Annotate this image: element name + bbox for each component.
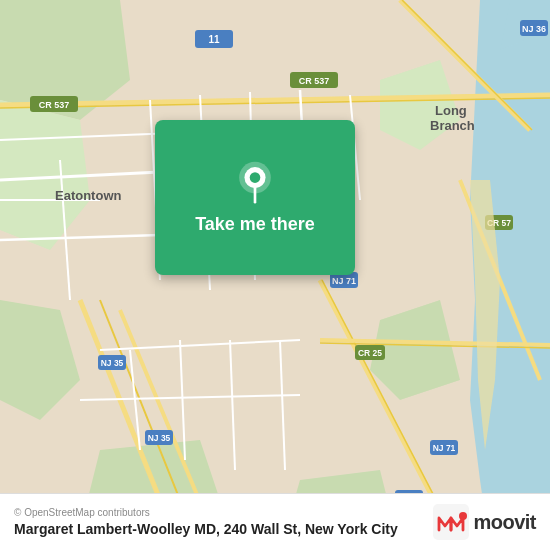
svg-text:NJ 71: NJ 71 xyxy=(433,443,456,453)
svg-text:NJ 35: NJ 35 xyxy=(148,433,171,443)
map-pin-icon xyxy=(233,160,277,204)
moovit-logo: moovit xyxy=(433,504,536,540)
svg-text:NJ 35: NJ 35 xyxy=(101,358,124,368)
svg-text:CR 537: CR 537 xyxy=(39,100,70,110)
svg-text:NJ 36: NJ 36 xyxy=(522,24,546,34)
map-container: 11 CR 537 CR 537 NJ 36 NJ 71 CR 25 CR 57… xyxy=(0,0,550,550)
osm-credit: © OpenStreetMap contributors xyxy=(14,507,398,518)
location-name: Margaret Lambert-Woolley MD, 240 Wall St… xyxy=(14,521,398,537)
svg-text:CR 537: CR 537 xyxy=(299,76,330,86)
bottom-text-group: © OpenStreetMap contributors Margaret La… xyxy=(14,507,398,537)
take-me-there-label: Take me there xyxy=(195,214,315,235)
svg-text:NJ 71: NJ 71 xyxy=(332,276,356,286)
moovit-icon xyxy=(433,504,469,540)
svg-text:CR 25: CR 25 xyxy=(358,348,382,358)
svg-text:11: 11 xyxy=(208,34,220,45)
svg-text:Long: Long xyxy=(435,103,467,118)
svg-text:Eatontown: Eatontown xyxy=(55,188,121,203)
action-card[interactable]: Take me there xyxy=(155,120,355,275)
map-background: 11 CR 537 CR 537 NJ 36 NJ 71 CR 25 CR 57… xyxy=(0,0,550,550)
bottom-bar: © OpenStreetMap contributors Margaret La… xyxy=(0,493,550,550)
moovit-text: moovit xyxy=(473,511,536,534)
svg-text:Branch: Branch xyxy=(430,118,475,133)
svg-point-58 xyxy=(250,172,261,183)
